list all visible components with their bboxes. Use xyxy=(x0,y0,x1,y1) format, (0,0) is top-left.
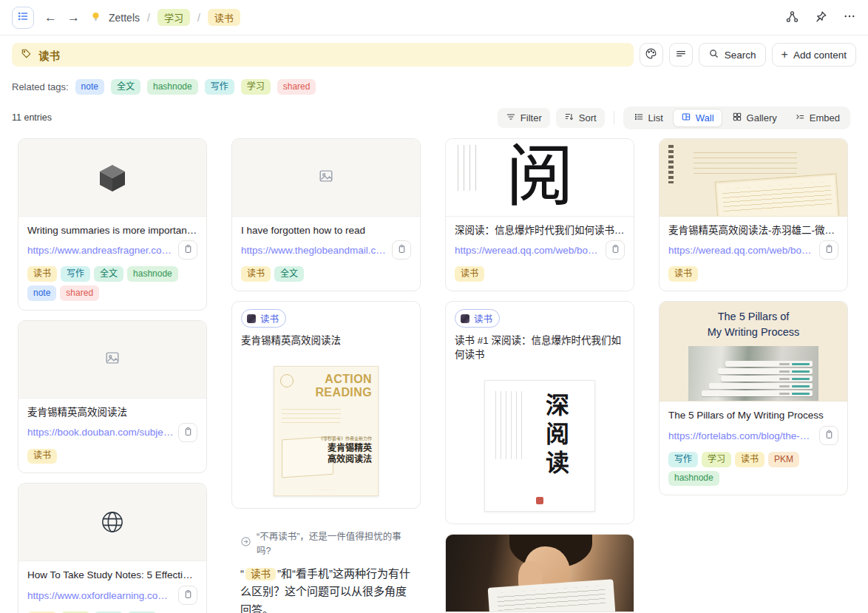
card-photo-thumbnail xyxy=(446,535,634,612)
tag-pill[interactable]: hashnode xyxy=(127,266,178,282)
top-bar: ← → Zettels / 学习 / 读书 xyxy=(0,0,868,35)
tag-pill[interactable]: 全文 xyxy=(274,266,304,282)
related-tag-study[interactable]: 学习 xyxy=(241,79,271,95)
tag-pill[interactable]: 写作 xyxy=(61,266,90,282)
card-mckinsey-weread[interactable]: 麦肯锡精英高效阅读法-赤羽雄二-微信读... https://weread.qq… xyxy=(659,138,848,291)
card-mckinsey-douban[interactable]: 麦肯锡精英高效阅读法 https://book.douban.com/subje… xyxy=(18,320,207,473)
backlink-icon xyxy=(240,536,251,549)
book-cover-mini-icon xyxy=(461,314,469,323)
tag-pill[interactable]: 读书 xyxy=(455,266,484,282)
globe-icon xyxy=(97,507,128,538)
quote-text: “ xyxy=(240,567,244,580)
inline-tag-reading[interactable]: 读书 xyxy=(245,568,276,580)
search-button[interactable]: Search xyxy=(699,43,766,67)
referenced-note-title[interactable]: “不再读书”，还是一件值得担忧的事吗? xyxy=(257,529,412,557)
cover-text-lines-art xyxy=(282,405,341,423)
entries-count: 11 entries xyxy=(12,112,52,123)
related-tag-shared[interactable]: shared xyxy=(277,79,316,95)
related-tags-label: Related tags: xyxy=(12,81,69,92)
tag-pill[interactable]: note xyxy=(27,285,56,301)
related-tag-hashnode[interactable]: hashnode xyxy=(147,79,198,95)
card-deep-reading-weread[interactable]: 阅 深阅读：信息爆炸时代我们如何读书-斋... https://weread.q… xyxy=(445,138,634,291)
card-writing-summaries[interactable]: Writing summaries is more important ... … xyxy=(18,138,207,311)
copy-link-button[interactable] xyxy=(819,426,838,445)
grid-column-3: 阅 深阅读：信息爆炸时代我们如何读书-斋... https://weread.q… xyxy=(445,138,634,613)
card-note-mckinsey-reading[interactable]: 读书 麦肯锡精英高效阅读法 ACTION READING 《零秒思考》作者全新力… xyxy=(231,301,421,509)
copy-link-button[interactable] xyxy=(606,240,625,260)
cover-vertical-text-art xyxy=(495,391,525,459)
card-link[interactable]: https://www.oxfordlearning.com/... xyxy=(27,590,174,601)
tag-pill[interactable]: 学习 xyxy=(702,452,731,467)
stacked-books-photo-art xyxy=(688,346,818,401)
related-tag-fulltext[interactable]: 全文 xyxy=(111,79,140,95)
card-title: 深阅读：信息爆炸时代我们如何读书-斋... xyxy=(455,224,625,238)
note-tag-badge[interactable]: 读书 xyxy=(455,309,500,328)
clipboard-icon xyxy=(183,427,193,438)
copy-link-button[interactable] xyxy=(178,423,197,442)
cover-vertical-text-art xyxy=(458,145,478,191)
add-content-button[interactable]: + Add content xyxy=(772,43,856,67)
card-link[interactable]: https://fortelabs.com/blog/the-5-... xyxy=(668,430,815,441)
clipboard-icon xyxy=(611,244,620,256)
view-embed[interactable]: Embed xyxy=(787,109,848,127)
page-sheet-art xyxy=(715,173,841,217)
view-gallery[interactable]: Gallery xyxy=(724,109,785,127)
related-tag-writing[interactable]: 写作 xyxy=(205,79,234,95)
card-link[interactable]: https://book.douban.com/subject... xyxy=(27,427,174,438)
lightbulb-icon xyxy=(90,11,101,24)
appearance-button[interactable] xyxy=(640,43,663,67)
breadcrumb-tag-study[interactable]: 学习 xyxy=(157,9,190,26)
embed-view-icon xyxy=(795,112,805,124)
back-button[interactable]: ← xyxy=(44,11,57,24)
tag-pill[interactable]: hashnode xyxy=(668,471,719,487)
related-tag-note[interactable]: note xyxy=(75,79,104,95)
list-toolbar: 11 entries Filter Sort xyxy=(0,98,868,138)
clipboard-icon xyxy=(183,244,193,256)
view-wall-label: Wall xyxy=(696,112,714,123)
view-wall[interactable]: Wall xyxy=(673,109,722,127)
more-button[interactable] xyxy=(843,10,856,25)
tag-pill[interactable]: 读书 xyxy=(735,452,764,467)
copy-link-button[interactable] xyxy=(392,240,411,260)
header-image-title: My Writing Process xyxy=(660,325,847,340)
card-link[interactable]: https://www.andreasfragner.com/... xyxy=(27,245,174,256)
copy-link-button[interactable] xyxy=(178,586,197,605)
tag-pill[interactable]: 读书 xyxy=(27,449,57,464)
tag-pill[interactable]: PKM xyxy=(768,452,799,467)
image-placeholder-icon xyxy=(104,350,121,369)
graph-view-button[interactable] xyxy=(785,10,799,26)
sidebar-toggle-button[interactable] xyxy=(12,7,34,29)
tag-pill[interactable]: 全文 xyxy=(94,266,123,282)
card-link[interactable]: https://weread.qq.com/web/book... xyxy=(668,245,815,256)
sort-button[interactable]: Sort xyxy=(556,108,605,128)
card-link[interactable]: https://weread.qq.com/web/book... xyxy=(455,245,601,256)
card-no-longer-reading[interactable]: “不再读书”，还是一件值得担忧的事吗? https://www.huxiu.co… xyxy=(445,534,634,613)
pin-button[interactable] xyxy=(814,10,828,26)
card-forgotten-how-to-read[interactable]: I have forgotten how to read https://www… xyxy=(231,138,421,291)
copy-link-button[interactable] xyxy=(819,240,838,260)
card-quote-note[interactable]: “不再读书”，还是一件值得担忧的事吗? “读书”和“看手机”这两种行为有什么区别… xyxy=(231,518,421,613)
tag-pill[interactable]: shared xyxy=(60,285,99,301)
forward-button[interactable]: → xyxy=(67,11,80,24)
tag-pill[interactable]: 读书 xyxy=(241,266,271,282)
description-button[interactable] xyxy=(669,43,693,67)
copy-link-button[interactable] xyxy=(178,240,197,260)
sort-label: Sort xyxy=(579,112,597,123)
app-name[interactable]: Zettels xyxy=(109,12,140,24)
tag-pill[interactable]: 读书 xyxy=(27,266,57,282)
card-five-pillars[interactable]: The 5 Pillars of My Writing Process The … xyxy=(659,301,848,495)
view-switcher: List Wall Gallery xyxy=(623,106,850,129)
breadcrumb-tag-reading[interactable]: 读书 xyxy=(208,9,240,26)
note-tag-badge[interactable]: 读书 xyxy=(241,309,286,328)
card-note-deep-reading[interactable]: 读书 读书 #1 深阅读：信息爆炸时代我们如何读书 深阅读 xyxy=(445,301,634,524)
card-link[interactable]: https://www.theglobeandmail.co... xyxy=(241,245,387,256)
book-cover-area: 深阅读 xyxy=(446,374,634,524)
view-list[interactable]: List xyxy=(625,109,671,127)
graph-icon xyxy=(785,10,799,26)
card-header-image: The 5 Pillars of My Writing Process xyxy=(660,302,847,402)
tag-pill[interactable]: 读书 xyxy=(668,266,698,282)
gallery-view-icon xyxy=(732,112,742,124)
filter-button[interactable]: Filter xyxy=(498,108,550,128)
card-study-notes[interactable]: How To Take Study Notes: 5 Effective... … xyxy=(18,483,207,613)
tag-pill[interactable]: 写作 xyxy=(668,452,698,467)
